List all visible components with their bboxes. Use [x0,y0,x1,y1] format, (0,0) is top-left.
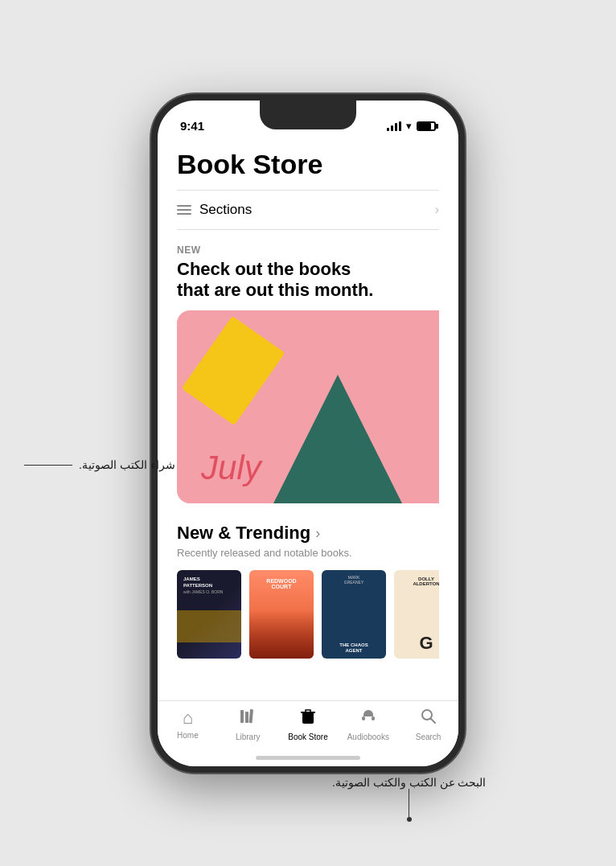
tab-bookstore-label: Book Store [288,733,327,741]
audiobooks-icon [359,708,377,730]
featured-label: NEW [177,244,439,256]
notch [260,101,356,129]
tab-library-label: Library [236,733,261,741]
tab-audiobooks[interactable]: Audiobooks [338,708,398,741]
search-icon [420,708,437,730]
annotation-search-text: البحث عن الكتب والكتب الصوتية. [332,776,486,789]
status-time: 9:41 [180,119,204,133]
svg-rect-4 [372,716,375,720]
sections-row[interactable]: Sections › [177,191,439,230]
status-icons: ▾ [387,120,436,132]
tab-home-label: Home [177,731,199,740]
july-label: July [201,449,261,487]
book-cover-dolly[interactable]: DOLLYALDERTON G [394,570,439,659]
ruler-shape [182,316,285,425]
bookstore-icon [299,708,317,730]
sections-left: Sections [177,202,252,218]
book-cover-redwood[interactable]: REDWOODCOURT [249,570,314,659]
svg-rect-0 [240,710,244,723]
sections-label: Sections [199,202,252,218]
trending-subtitle: Recently released and notable books. [177,547,439,559]
book-author-mark: MARKGREANEY [325,575,383,585]
tab-search-label: Search [416,733,441,741]
svg-rect-3 [362,716,365,720]
mountain-shape [273,375,402,503]
featured-card-july[interactable]: July [177,310,439,503]
trending-title: New & Trending [177,523,310,544]
featured-section: NEW Check out the booksthat are out this… [177,244,439,504]
book-image-bar [177,610,241,642]
signal-icon [387,121,401,131]
book-author-dolly: DOLLYALDERTON [397,577,439,586]
featured-title: Check out the booksthat are out this mon… [177,259,439,302]
home-icon: ⌂ [183,708,193,729]
book-cover-mark[interactable]: MARKGREANEY THE CHAOSAGENT [322,570,386,659]
book-author-patterson: JAMESPATTERSONwith JAMES O. BORN [183,577,235,595]
annotation-audiobooks: شراء الكتب الصوتية. [24,458,175,471]
page-title: Book Store [177,149,439,180]
tab-bookstore[interactable]: Book Store [278,708,339,741]
tab-search[interactable]: Search [398,708,458,741]
book-title-mark: THE CHAOSAGENT [324,642,384,654]
svg-rect-1 [245,712,248,723]
tab-library[interactable]: Library [218,708,278,741]
tab-home[interactable]: ⌂ Home [158,708,218,740]
book-title-redwood: REDWOODCOURT [253,578,310,589]
trending-header: New & Trending › [177,523,439,544]
trending-section: New & Trending › Recently released and n… [177,523,439,659]
book-gradient-redwood [249,610,314,659]
annotation-search: البحث عن الكتب والكتب الصوتية. [332,776,486,822]
tab-audiobooks-label: Audiobooks [347,733,389,741]
books-row[interactable]: JAMESPATTERSONwith JAMES O. BORN REDWOOD… [177,570,439,659]
svg-rect-2 [249,709,253,723]
wifi-icon: ▾ [406,120,412,132]
library-icon [239,708,257,730]
main-content: Book Store Sections › NEW Check out the … [158,141,458,700]
book-title-dolly: G [396,633,439,654]
annotation-line-left [24,465,72,466]
battery-icon [417,121,436,131]
annotation-dot [407,817,412,822]
trending-arrow-icon: › [315,525,320,542]
book-cover-patterson[interactable]: JAMESPATTERSONwith JAMES O. BORN [177,570,241,659]
phone-frame: 9:41 ▾ Book Store Sections › [151,94,465,773]
home-indicator [256,756,360,760]
annotation-line-up [409,789,409,817]
chevron-right-icon: › [435,203,439,217]
hamburger-icon [177,205,191,215]
annotation-audiobooks-text: شراء الكتب الصوتية. [79,458,175,471]
featured-carousel[interactable]: July [177,310,439,503]
